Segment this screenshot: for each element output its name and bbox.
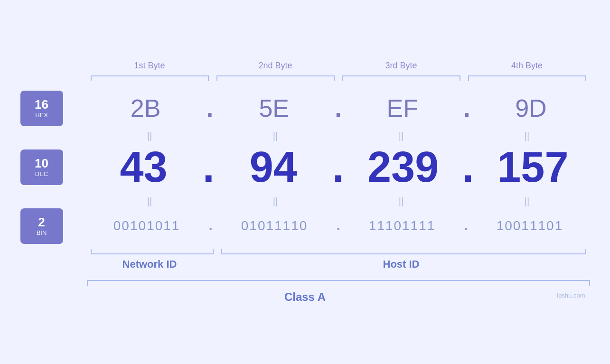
dec-base-num: 10	[35, 157, 48, 169]
byte-header-2: 2nd Byte	[213, 61, 338, 71]
hex-val-1: 2B	[87, 94, 205, 122]
dot-hex-2: .	[333, 94, 343, 122]
bin-base-label: BIN	[37, 229, 47, 236]
bin-val-4: 10011101	[469, 218, 590, 233]
dot-bin-1: .	[207, 218, 215, 233]
id-labels-row: Network ID Host ID	[87, 258, 590, 271]
dot-hex-3: .	[461, 94, 472, 122]
class-bar	[87, 280, 590, 286]
hex-val-4: 9D	[472, 94, 590, 122]
hex-base-num: 16	[35, 98, 48, 111]
dec-val-3: 239	[346, 143, 460, 192]
dot-dec-3: .	[460, 143, 476, 192]
bin-val-3: 11101111	[342, 218, 462, 233]
bracket-4	[468, 75, 586, 81]
ip-breakdown-container: 1st Byte 2nd Byte 3rd Byte 4th Byte 16 H…	[20, 61, 590, 304]
connector-dec-bin: || || || ||	[87, 196, 590, 206]
dec-base-label: DEC	[35, 170, 48, 177]
dec-val-1: 43	[87, 143, 201, 192]
bin-val-1: 00101011	[87, 218, 207, 233]
conn-b2: ||	[213, 196, 338, 206]
conn-b4: ||	[464, 196, 590, 206]
conn-b1: ||	[87, 196, 213, 206]
byte-header-3: 3rd Byte	[338, 61, 464, 71]
conn-b3: ||	[338, 196, 464, 206]
top-brackets	[87, 75, 590, 81]
class-label: Class A	[20, 290, 590, 304]
conn-3: ||	[338, 131, 464, 140]
dec-val-4: 157	[476, 143, 590, 192]
connector-hex-dec: || || || ||	[87, 131, 590, 140]
bin-label-box: 2 BIN	[20, 208, 63, 244]
bin-values-area: 00101011 . 01011110 . 11101111 . 1001110…	[87, 218, 590, 233]
hex-val-2: 5E	[215, 94, 333, 122]
bin-val-2: 01011110	[214, 218, 334, 233]
dot-hex-1: .	[205, 94, 215, 122]
byte-headers-row: 1st Byte 2nd Byte 3rd Byte 4th Byte	[87, 61, 590, 71]
bracket-3	[342, 75, 460, 81]
hex-row: 16 HEX 2B . 5E . EF . 9D	[20, 91, 590, 126]
network-id-label: Network ID	[87, 258, 213, 271]
dec-label-box: 10 DEC	[20, 149, 63, 185]
hex-label-box: 16 HEX	[20, 91, 63, 126]
dot-dec-1: .	[201, 143, 216, 192]
dot-dec-2: .	[330, 143, 346, 192]
watermark: ipshu.com	[557, 292, 585, 299]
dec-values-area: 43 . 94 . 239 . 157	[87, 143, 590, 192]
host-id-label: Host ID	[213, 258, 590, 271]
byte-header-1: 1st Byte	[87, 61, 213, 71]
hex-val-3: EF	[344, 94, 461, 122]
bin-row: 2 BIN 00101011 . 01011110 . 11101111 . 1…	[20, 208, 590, 244]
conn-1: ||	[87, 131, 213, 140]
bracket-2	[216, 75, 335, 81]
byte-header-4: 4th Byte	[464, 61, 590, 71]
conn-2: ||	[213, 131, 338, 140]
network-bracket	[91, 249, 214, 254]
hex-values-area: 2B . 5E . EF . 9D	[87, 94, 590, 122]
host-bracket	[221, 249, 586, 254]
dec-val-2: 94	[216, 143, 330, 192]
hex-base-label: HEX	[35, 112, 48, 119]
bottom-brackets	[87, 249, 590, 254]
dec-row: 10 DEC 43 . 94 . 239 . 157	[20, 143, 590, 192]
bracket-1	[91, 75, 209, 81]
bin-base-num: 2	[38, 216, 45, 228]
dot-bin-2: .	[335, 218, 342, 233]
dot-bin-3: .	[462, 218, 470, 233]
conn-4: ||	[464, 131, 590, 140]
